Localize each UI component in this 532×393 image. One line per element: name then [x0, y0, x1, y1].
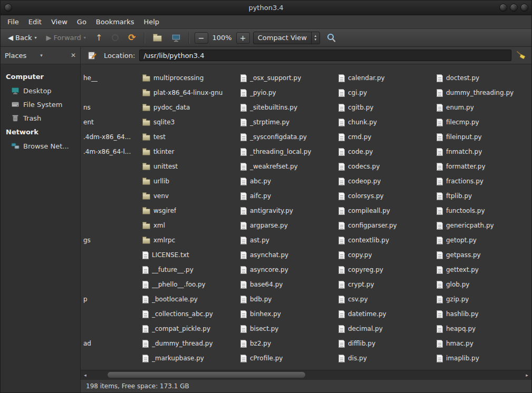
file-row[interactable]: formatter.py [436, 159, 531, 174]
file-row[interactable]: plat-x86_64-linux-gnu [141, 85, 239, 100]
file-row[interactable]: codecs.py [337, 159, 436, 174]
back-button[interactable]: ◀ Back ▾ [5, 32, 40, 43]
file-row[interactable]: __phello__.foo.py [141, 277, 239, 292]
file-row[interactable]: cProfile.py [239, 351, 337, 366]
menu-file[interactable]: File [3, 16, 24, 27]
file-row[interactable]: csv.py [337, 292, 436, 307]
file-row[interactable]: functools.py [436, 203, 531, 218]
file-row[interactable]: bdb.py [239, 292, 337, 307]
file-row[interactable]: heapq.py [436, 321, 531, 336]
file-row[interactable]: __future__.py [141, 262, 239, 277]
maximize-button[interactable] [510, 4, 518, 12]
scroll-right-icon[interactable]: ▸ [523, 372, 531, 378]
file-row[interactable]: abc.py [239, 174, 337, 189]
file-row[interactable]: cgitb.py [337, 100, 436, 115]
file-row[interactable]: getopt.py [436, 233, 531, 248]
close-button[interactable] [520, 4, 528, 12]
file-row[interactable]: _sitebuiltins.py [239, 100, 337, 115]
file-row[interactable]: argparse.py [239, 218, 337, 233]
file-row[interactable]: test [141, 130, 239, 144]
file-row[interactable]: gettext.py [436, 262, 531, 277]
file-row[interactable]: colorsys.py [337, 189, 436, 203]
new-folder-button[interactable] [150, 32, 165, 43]
file-row[interactable]: _strptime.py [239, 115, 337, 130]
file-row[interactable]: urllib [141, 174, 239, 189]
view-mode-spinner-icon[interactable]: ▴ ▾ [311, 32, 320, 44]
file-row[interactable]: chunk.py [337, 115, 436, 130]
file-row[interactable]: _collections_abc.py [141, 307, 239, 321]
zoom-in-button[interactable]: + [236, 32, 250, 44]
forward-button[interactable]: ▶ Forward ▾ [43, 32, 89, 43]
file-row[interactable]: _osx_support.py [239, 71, 337, 85]
location-input[interactable] [139, 50, 511, 61]
file-row[interactable]: ast.py [239, 233, 337, 248]
file-row[interactable]: _weakrefset.py [239, 159, 337, 174]
file-row[interactable]: _pyio.py [239, 85, 337, 100]
file-row[interactable]: _dummy_thread.py [141, 336, 239, 351]
places-close-icon[interactable]: ✕ [71, 52, 76, 59]
minimize-button[interactable] [499, 4, 507, 12]
file-row[interactable]: _markupbase.py [141, 351, 239, 366]
zoom-out-button[interactable]: − [195, 32, 208, 44]
file-row-clipped[interactable]: ad [82, 336, 141, 351]
file-row[interactable]: hashlib.py [436, 307, 531, 321]
file-row[interactable]: difflib.py [337, 336, 436, 351]
file-row[interactable]: tkinter [141, 144, 239, 159]
file-row[interactable]: _compat_pickle.py [141, 321, 239, 336]
file-row[interactable]: LICENSE.txt [141, 248, 239, 262]
file-row[interactable]: _sysconfigdata.py [239, 130, 337, 144]
file-row-clipped[interactable]: ent [82, 115, 141, 130]
file-row[interactable]: xml [141, 218, 239, 233]
file-row[interactable]: hmac.py [436, 336, 531, 351]
file-row[interactable]: dis.py [337, 351, 436, 366]
file-row[interactable]: calendar.py [337, 71, 436, 85]
reload-button[interactable]: ⟳ [125, 32, 139, 44]
file-row[interactable]: code.py [337, 144, 436, 159]
file-row[interactable]: _threading_local.py [239, 144, 337, 159]
view-mode-select[interactable]: Compact View ▴ ▾ [253, 32, 320, 44]
file-row[interactable]: enum.py [436, 100, 531, 115]
scrollbar-thumb[interactable] [107, 371, 306, 378]
horizontal-scrollbar[interactable]: ◂ ▸ [81, 370, 531, 379]
sidebar-item-browse-network[interactable]: Browse Net... [1, 139, 80, 153]
menu-view[interactable]: View [46, 16, 72, 27]
file-row[interactable]: crypt.py [337, 277, 436, 292]
stop-button[interactable] [109, 33, 122, 43]
file-row[interactable]: multiprocessing [141, 71, 239, 85]
file-row[interactable]: fnmatch.py [436, 144, 531, 159]
file-row[interactable]: asynchat.py [239, 248, 337, 262]
up-button[interactable]: ↑ [92, 32, 105, 44]
file-row[interactable]: filecmp.py [436, 115, 531, 130]
edit-path-button[interactable] [85, 49, 99, 62]
file-row[interactable]: asyncore.py [239, 262, 337, 277]
menu-help[interactable]: Help [139, 16, 164, 27]
file-row-clipped[interactable]: .4dm-x86_64... [82, 130, 141, 144]
file-row[interactable]: copyreg.py [337, 262, 436, 277]
file-row[interactable]: glob.py [436, 277, 531, 292]
title-bar[interactable]: python3.4 [1, 1, 531, 15]
file-row[interactable]: cmd.py [337, 130, 436, 144]
file-row[interactable]: xmlrpc [141, 233, 239, 248]
menu-go[interactable]: Go [72, 16, 91, 27]
file-row[interactable]: imaplib.py [436, 351, 531, 366]
file-row-clipped[interactable]: gs [82, 233, 141, 248]
file-row[interactable]: ftplib.py [436, 189, 531, 203]
search-button[interactable] [323, 32, 340, 44]
sidebar-item-trash[interactable]: Trash [1, 111, 80, 125]
file-row[interactable]: cgi.py [337, 85, 436, 100]
scrollbar-track[interactable] [90, 370, 523, 379]
file-row[interactable]: binhex.py [239, 307, 337, 321]
file-row[interactable]: unittest [141, 159, 239, 174]
file-row-clipped[interactable]: he__ [82, 71, 141, 85]
file-row[interactable]: dummy_threading.py [436, 85, 531, 100]
file-row[interactable]: bz2.py [239, 336, 337, 351]
file-pane[interactable]: he__nsent.4dm-x86_64....4m-x86_64-l...gs… [81, 64, 531, 370]
file-row[interactable]: doctest.py [436, 71, 531, 85]
file-row[interactable]: datetime.py [337, 307, 436, 321]
menu-bookmarks[interactable]: Bookmarks [91, 16, 139, 27]
file-row-clipped[interactable]: p [82, 292, 141, 307]
file-row[interactable]: gzip.py [436, 292, 531, 307]
file-row[interactable]: getpass.py [436, 248, 531, 262]
file-row[interactable]: antigravity.py [239, 203, 337, 218]
file-row[interactable]: bisect.py [239, 321, 337, 336]
